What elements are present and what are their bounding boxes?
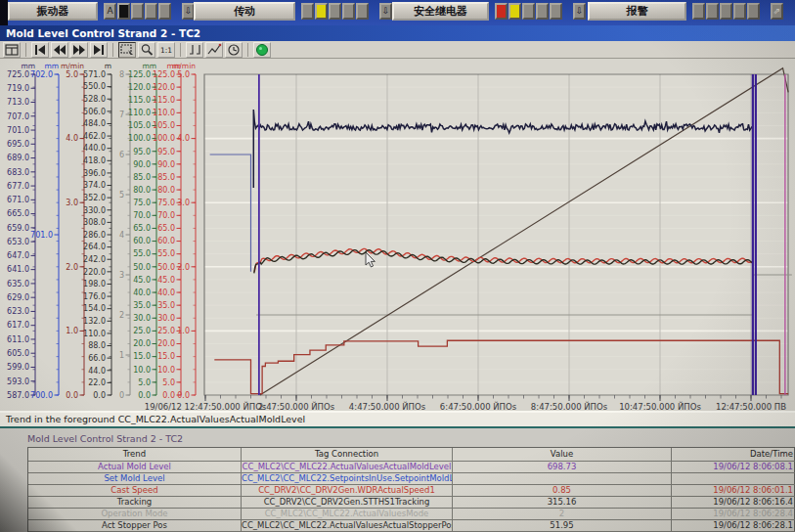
magnifier-icon [139, 42, 155, 58]
tag-connection: CC_DRV2\CC_DRV2Gen.WDRActualSpeed1 [242, 485, 453, 497]
trend-value: 0.85 [453, 485, 672, 497]
hmi-screen-button-label: 振动器 [37, 4, 69, 19]
one-to-one-button[interactable]: 1:1 [157, 42, 175, 58]
zoom-area-button[interactable] [118, 42, 136, 58]
trend-name: Operation Mode [28, 509, 242, 520]
ruler-button[interactable] [186, 42, 203, 58]
hmi-screen-button[interactable]: 安全继电器 [392, 2, 489, 21]
indicator-gray-button[interactable] [706, 3, 719, 20]
indicator-gray-button[interactable] [131, 3, 144, 20]
acknowledge-arrow-button[interactable]: ⇩ [573, 3, 586, 20]
trend-value: 2 [453, 509, 672, 520]
trend-row[interactable]: TrackingCC_DRV2\CC_DRV2Gen.STTHS1Trackin… [28, 497, 794, 509]
hmi-screen-button[interactable]: 振动器 [8, 2, 98, 21]
page-back-button[interactable] [51, 42, 68, 58]
trend-row[interactable]: Cast SpeedCC_DRV2\CC_DRV2Gen.WDRActualSp… [28, 485, 794, 497]
column-header[interactable]: Date/Time [672, 448, 795, 462]
jump-to-end-button[interactable] [90, 42, 108, 58]
acknowledge-arrow-button[interactable]: ⇗ [771, 3, 783, 20]
top-button-bar: 振动器A⇩传动⇩安全继电器⇩报警⇗ [0, 0, 795, 25]
jump-to-start-button[interactable] [31, 42, 49, 58]
column-header[interactable]: Trend [28, 448, 242, 462]
rulers-icon [187, 42, 202, 58]
tag-connection: CC_MLC2\CC_MLC22.ActualValuesActualStopp… [242, 520, 453, 532]
indicator-gray-button[interactable] [329, 3, 341, 20]
screen-edge [0, 0, 8, 25]
window-title-bar: Mold Level Control Strand 2 - TC2 [0, 25, 795, 41]
indicator-gray-button[interactable] [747, 3, 760, 20]
acknowledge-arrow-button[interactable]: ⇩ [379, 3, 392, 20]
trend-row[interactable]: Operation ModeCC_MLC2\CC_MLC22.ActualVal… [28, 509, 794, 520]
trend-name: Tracking [28, 497, 242, 509]
trend-name: Actual Mold Level [28, 462, 242, 473]
trend-chart-area [0, 59, 795, 411]
grid-icon [4, 42, 20, 58]
indicator-letter-a-button[interactable]: A [104, 3, 116, 20]
status-text: Trend in the foreground CC_MLC22.ActualV… [6, 414, 305, 424]
indicator-red-button[interactable] [495, 3, 508, 20]
indicator-gray-button[interactable] [720, 3, 732, 20]
indicator-gray-button[interactable] [536, 3, 549, 20]
trend-name: Set Mold Level [28, 473, 242, 485]
curve-pen-icon [206, 42, 222, 58]
toolbar-separator [25, 43, 26, 57]
trend-datetime: 19/06/12 8:06:28.1 [672, 520, 795, 532]
indicator-gray-button[interactable] [550, 3, 562, 20]
indicator-yellow-button[interactable] [315, 3, 328, 20]
skip-to-end-icon [91, 42, 107, 58]
hmi-screen-button[interactable]: 报警 [588, 2, 686, 21]
hmi-screen-button[interactable]: 传动 [194, 2, 295, 21]
fast-forward-icon [71, 42, 87, 58]
indicator-gray-button[interactable] [733, 3, 746, 20]
trend-value: 51.95 [453, 520, 672, 532]
trend-toolbar: 1:1 [0, 41, 795, 59]
online-indicator[interactable] [253, 42, 271, 58]
column-header[interactable]: Value [453, 448, 672, 462]
hmi-screen-button-label: 报警 [627, 4, 648, 19]
hmi-screen-button-label: 安全继电器 [414, 4, 467, 19]
toolbar-separator [247, 43, 248, 57]
trend-value: 698.73 [453, 462, 672, 473]
one-to-one-icon: 1:1 [158, 42, 174, 58]
magnify-button[interactable] [138, 42, 155, 58]
trend-row[interactable]: Set Mold LevelCC_MLC2\CC_MLC22.Setpoints… [28, 473, 794, 485]
indicator-gray-button[interactable] [301, 3, 314, 20]
edit-curve-button[interactable] [205, 42, 223, 58]
trend-row[interactable]: Actual Mold LevelCC_MLC2\CC_MLC22.Actual… [28, 462, 794, 473]
trend-value: 315.16 [453, 497, 672, 509]
hmi-screen-button-label: 传动 [234, 4, 255, 19]
trend-datetime: 19/06/12 8:06:08.1 [672, 462, 795, 473]
fast-rewind-icon [52, 42, 67, 58]
indicator-gray-button[interactable] [145, 3, 157, 20]
status-bar: Trend in the foreground CC_MLC22.ActualV… [0, 411, 795, 428]
trend-name: Act Stopper Pos [28, 520, 242, 532]
trend-datetime [672, 473, 795, 485]
indicator-black-button[interactable] [117, 3, 130, 20]
time-range-button[interactable] [225, 42, 243, 58]
skip-to-start-icon [32, 42, 48, 58]
zoom-area-icon [119, 42, 135, 58]
indicator-gray-button[interactable] [356, 3, 369, 20]
indicator-yellow-button[interactable] [508, 3, 521, 20]
toolbar-separator [112, 43, 113, 57]
column-header[interactable]: Tag Connection [242, 448, 453, 462]
page-forward-button[interactable] [70, 42, 88, 58]
window-title: Mold Level Control Strand 2 - TC2 [6, 27, 200, 39]
trend-datetime: 19/06/12 8:06:01.1 [672, 485, 795, 497]
indicator-gray-button[interactable] [342, 3, 355, 20]
screen: 振动器A⇩传动⇩安全继电器⇩报警⇗ Mold Level Control Str… [0, 0, 795, 532]
table-window-title: Mold Level Control Strand 2 - TC2 [27, 433, 183, 444]
trend-legend-table: TrendTag ConnectionValueDate/TimeActual … [27, 447, 795, 532]
trend-name: Cast Speed [28, 485, 242, 497]
tag-connection: CC_MLC2\CC_MLC22.ActualValuesMode [242, 509, 453, 520]
overview-button[interactable] [3, 42, 21, 58]
tag-connection: CC_MLC2\CC_MLC22.ActualValuesActualMoldL… [242, 462, 453, 473]
indicator-gray-button[interactable] [692, 3, 705, 20]
indicator-gray-button[interactable] [522, 3, 535, 20]
green-dot-icon [254, 42, 270, 58]
tag-connection: CC_DRV2\CC_DRV2Gen.STTHS1Tracking [242, 497, 453, 509]
indicator-gray-button[interactable] [158, 3, 171, 20]
tag-connection: CC_MLC2\CC_MLC22.SetpointsInUse.Setpoint… [242, 473, 453, 485]
trend-datetime: 19/06/12 8:06:28.4 [672, 509, 795, 520]
trend-row[interactable]: Act Stopper PosCC_MLC2\CC_MLC22.ActualVa… [28, 520, 794, 532]
